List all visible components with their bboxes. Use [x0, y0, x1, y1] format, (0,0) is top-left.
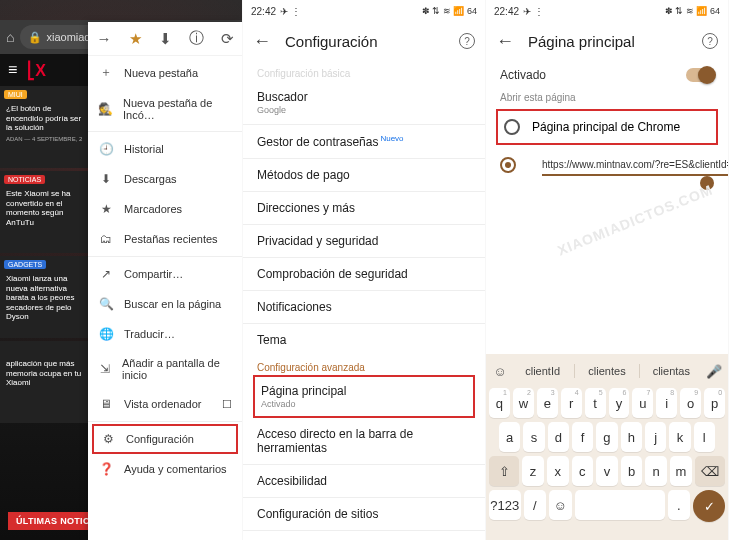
text-cursor-handle[interactable] — [700, 176, 714, 190]
emoji-icon[interactable]: ☺ — [489, 364, 511, 379]
key-g[interactable]: g — [596, 422, 617, 452]
pref-payment[interactable]: Métodos de pago — [243, 159, 485, 191]
pref-label: Notificaciones — [257, 300, 471, 314]
menu-desktop-site[interactable]: 🖥Vista ordenador☐ — [88, 389, 242, 419]
menu-add-to-home[interactable]: ⇲Añadir a pantalla de inicio — [88, 349, 242, 389]
key-h[interactable]: h — [621, 422, 642, 452]
key-m[interactable]: m — [670, 456, 692, 486]
menu-label: Historial — [124, 143, 164, 155]
menu-find-in-page[interactable]: 🔍Buscar en la página — [88, 289, 242, 319]
option-custom-url[interactable]: https://www.mintnav.com/?re=ES&clientId=… — [486, 145, 728, 184]
help-icon[interactable]: ? — [702, 33, 718, 49]
key-d[interactable]: d — [548, 422, 569, 452]
settings-list[interactable]: Configuración básica BuscadorGoogleGesto… — [243, 62, 485, 540]
menu-settings[interactable]: ⚙Configuración — [92, 424, 238, 454]
key-k[interactable]: k — [669, 422, 690, 452]
screen-homepage-setting: 22:42✈ ⋮ ✽ ⇅ ≋ 📶 64 ← Página principal ?… — [486, 0, 729, 540]
key-e[interactable]: e3 — [537, 388, 558, 418]
back-icon[interactable]: ← — [496, 31, 514, 52]
menu-share[interactable]: ↗Compartir… — [88, 259, 242, 289]
key-n[interactable]: n — [645, 456, 667, 486]
key-j[interactable]: j — [645, 422, 666, 452]
menu-history[interactable]: 🕘Historial — [88, 134, 242, 164]
forward-icon[interactable]: → — [97, 30, 112, 47]
pref-theme[interactable]: Tema — [243, 324, 485, 356]
pref-notifications[interactable]: Notificaciones — [243, 291, 485, 323]
suggestion-3[interactable]: clientas — [642, 365, 701, 377]
key-a[interactable]: a — [499, 422, 520, 452]
download-icon[interactable]: ⬇ — [159, 30, 172, 48]
pref-homepage[interactable]: Página principalActivado — [253, 375, 475, 418]
key-c[interactable]: c — [572, 456, 594, 486]
option-chrome-homepage[interactable]: Página principal de Chrome — [496, 109, 718, 145]
key-backspace[interactable]: ⌫ — [695, 456, 725, 486]
key-f[interactable]: f — [572, 422, 593, 452]
homepage-url-input[interactable]: https://www.mintnav.com/?re=ES&clientId=… — [542, 157, 729, 176]
pref-site-settings[interactable]: Configuración de sitios — [243, 498, 485, 530]
checkbox-icon[interactable]: ☐ — [222, 398, 232, 411]
info-icon[interactable]: ⓘ — [189, 29, 204, 48]
key-p[interactable]: p0 — [704, 388, 725, 418]
pref-languages[interactable]: Idiomas — [243, 531, 485, 540]
key-b[interactable]: b — [621, 456, 643, 486]
key-v[interactable]: v — [596, 456, 618, 486]
article-feed[interactable]: MIUI¿El botón de encendido podría ser la… — [0, 86, 90, 540]
key-q[interactable]: q1 — [489, 388, 510, 418]
key-s[interactable]: s — [523, 422, 544, 452]
pref-accessibility[interactable]: Accesibilidad — [243, 465, 485, 497]
menu-label: Buscar en la página — [124, 298, 221, 310]
key-l[interactable]: l — [694, 422, 715, 452]
key-smile[interactable]: ☺ — [549, 490, 572, 520]
menu-new-incognito-tab[interactable]: 🕵Nueva pestaña de Incó… — [88, 89, 242, 129]
pref-safety-check[interactable]: Comprobación de seguridad — [243, 258, 485, 290]
article-card[interactable]: NOTICIASEste Xiaomi se ha convertido en … — [0, 171, 90, 253]
key-t[interactable]: t5 — [585, 388, 606, 418]
home-icon[interactable]: ⌂ — [6, 29, 14, 45]
key-symbols[interactable]: ?123 — [489, 490, 521, 520]
key-z[interactable]: z — [522, 456, 544, 486]
pref-label: Gestor de contraseñasNuevo — [257, 134, 471, 149]
article-card[interactable]: MIUI¿El botón de encendido podría ser la… — [0, 86, 90, 168]
menu-bookmarks[interactable]: ★Marcadores — [88, 194, 242, 224]
pref-passwords[interactable]: Gestor de contraseñasNuevo — [243, 125, 485, 158]
menu-recent-tabs[interactable]: 🗂Pestañas recientes — [88, 224, 242, 254]
key-slash[interactable]: / — [524, 490, 547, 520]
menu-new-tab[interactable]: ＋Nueva pestaña — [88, 56, 242, 89]
help-icon[interactable]: ? — [459, 33, 475, 49]
status-right-icons: ✽ ⇅ ≋ 📶 64 — [665, 6, 720, 16]
settings-icon: ⚙ — [100, 432, 116, 446]
hamburger-icon[interactable]: ≡ — [8, 61, 17, 79]
pref-addresses[interactable]: Direcciones y más — [243, 192, 485, 224]
menu-translate[interactable]: 🌐Traducir… — [88, 319, 242, 349]
suggestion-1[interactable]: clientId — [513, 365, 572, 377]
menu-downloads[interactable]: ⬇Descargas — [88, 164, 242, 194]
key-r[interactable]: r4 — [561, 388, 582, 418]
radio-off-icon[interactable] — [504, 119, 520, 135]
card-tag: GADGETS — [4, 260, 46, 269]
article-card[interactable]: GADGETSXiaomi lanza una nueva alternativ… — [0, 256, 90, 338]
key-space[interactable] — [575, 490, 665, 520]
menu-help[interactable]: ❓Ayuda y comentarios — [88, 454, 242, 484]
key-u[interactable]: u7 — [632, 388, 653, 418]
find-in-page-icon: 🔍 — [98, 297, 114, 311]
key-w[interactable]: w2 — [513, 388, 534, 418]
suggestion-2[interactable]: clientes — [577, 365, 636, 377]
key-y[interactable]: y6 — [609, 388, 630, 418]
key-x[interactable]: x — [547, 456, 569, 486]
key-shift[interactable]: ⇧ — [489, 456, 519, 486]
mic-icon[interactable]: 🎤 — [703, 364, 725, 379]
pref-privacy[interactable]: Privacidad y seguridad — [243, 225, 485, 257]
key-enter[interactable]: ✓ — [693, 490, 725, 522]
radio-on-icon[interactable] — [500, 157, 516, 173]
article-card[interactable]: aplicación que más memoria ocupa en tu X… — [0, 341, 90, 423]
reload-icon[interactable]: ⟳ — [221, 30, 234, 48]
key-i[interactable]: i8 — [656, 388, 677, 418]
key-period[interactable]: . — [668, 490, 691, 520]
star-icon[interactable]: ★ — [129, 30, 142, 48]
pref-search-engine[interactable]: BuscadorGoogle — [243, 81, 485, 124]
activated-toggle[interactable] — [686, 68, 714, 82]
pref-toolbar-shortcut[interactable]: Acceso directo en la barra de herramient… — [243, 418, 485, 464]
downloads-icon: ⬇ — [98, 172, 114, 186]
back-icon[interactable]: ← — [253, 31, 271, 52]
key-o[interactable]: o9 — [680, 388, 701, 418]
